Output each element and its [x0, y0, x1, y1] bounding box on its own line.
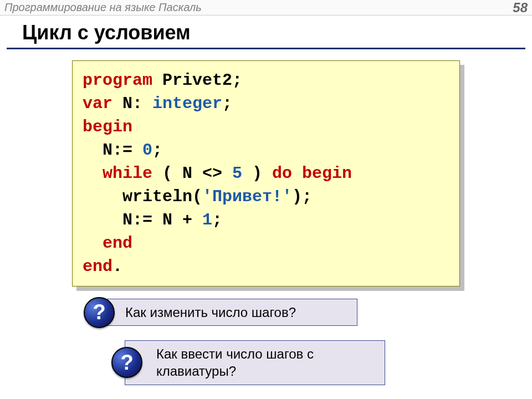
questions-area: ? Как изменить число шагов? ? Как ввести… [0, 299, 532, 385]
code-text: Privet2; [152, 71, 242, 90]
slide-title: Цикл с условием [22, 21, 532, 44]
question-1-text: Как изменить число шагов? [97, 299, 357, 326]
course-title: Программирование на языке Паскаль [4, 1, 202, 14]
num-literal: 1 [202, 211, 212, 229]
kw-while: while [83, 164, 152, 183]
kw-program: program [83, 71, 152, 90]
question-2: ? Как ввести число шагов с клавиатуры? [125, 340, 532, 385]
question-mark-icon: ? [84, 297, 115, 328]
code-text: ; [212, 211, 222, 229]
page-number: 58 [513, 0, 528, 16]
code-text: writeln( [83, 187, 202, 206]
code-text: ; [222, 94, 232, 113]
code-box: program Privet2; var N: integer; begin N… [72, 60, 460, 287]
question-2-label: Как ввести число шагов с клавиатуры? [156, 345, 376, 380]
title-underline [7, 48, 525, 49]
code-text: N:= [83, 141, 142, 160]
slide-header: Программирование на языке Паскаль 58 [0, 0, 532, 16]
kw-begin: begin [83, 117, 132, 136]
code-block: program Privet2; var N: integer; begin N… [72, 60, 460, 287]
question-1-label: Как изменить число шагов? [125, 304, 296, 321]
question-2-text: Как ввести число шагов с клавиатуры? [125, 340, 385, 385]
kw-end: end [83, 234, 132, 253]
question-1: ? Как изменить число шагов? [97, 299, 532, 326]
code-text: . [112, 257, 122, 276]
kw-end: end [83, 257, 112, 276]
code-text: ; [152, 141, 162, 160]
kw-var: var [83, 94, 112, 113]
code-text: ( N <> [152, 164, 232, 183]
num-literal: 5 [232, 164, 242, 183]
type-integer: integer [152, 94, 222, 113]
code-text: N: [112, 94, 152, 113]
code-text: N:= N + [83, 211, 202, 229]
string-literal: 'Привет!' [202, 187, 292, 206]
num-literal: 0 [142, 141, 152, 160]
code-text: ); [292, 187, 312, 206]
question-mark-icon: ? [111, 347, 142, 378]
kw-do-begin: do begin [272, 164, 352, 183]
code-text: ) [242, 164, 272, 183]
